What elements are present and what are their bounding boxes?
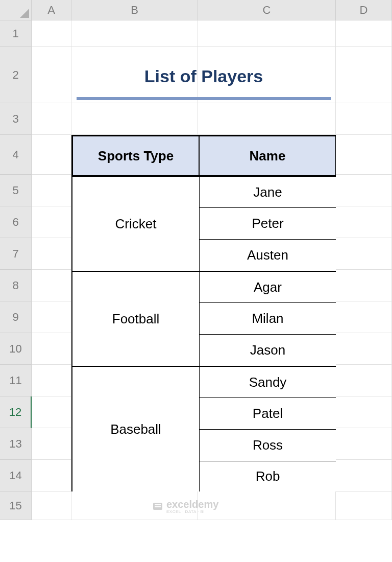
- cell[interactable]: [336, 333, 392, 365]
- cell[interactable]: [32, 238, 71, 270]
- name-cell[interactable]: Jane: [199, 176, 336, 207]
- cell[interactable]: [336, 238, 392, 270]
- cell[interactable]: [336, 103, 392, 135]
- cell[interactable]: [336, 460, 392, 491]
- column-headers: ABCD: [32, 0, 392, 20]
- name-cell[interactable]: Austen: [199, 239, 336, 271]
- watermark-sub: EXCEL · DATA · BI: [166, 509, 218, 514]
- row-header[interactable]: 11: [0, 365, 32, 396]
- cell[interactable]: [336, 428, 392, 460]
- name-cell[interactable]: Milan: [199, 302, 336, 334]
- cell[interactable]: [32, 103, 71, 135]
- row-header[interactable]: 13: [0, 428, 32, 460]
- row-header[interactable]: 3: [0, 103, 32, 135]
- cell[interactable]: [32, 47, 71, 103]
- column-header[interactable]: A: [32, 0, 71, 20]
- svg-marker-0: [20, 9, 29, 18]
- cell[interactable]: [32, 491, 71, 520]
- row-header[interactable]: 2: [0, 47, 32, 103]
- cell[interactable]: [336, 47, 392, 103]
- row-header[interactable]: 12: [0, 396, 32, 428]
- name-cell[interactable]: Patel: [199, 397, 336, 429]
- cell[interactable]: [32, 333, 71, 365]
- row-header[interactable]: 9: [0, 301, 32, 333]
- name-cell[interactable]: Peter: [199, 207, 336, 239]
- cell[interactable]: [32, 135, 71, 175]
- spreadsheet: ABCD 123456789101112131415 List of Playe…: [0, 0, 392, 562]
- cell[interactable]: [32, 428, 71, 460]
- cell[interactable]: [336, 20, 392, 47]
- cell[interactable]: [32, 396, 71, 428]
- svg-rect-2: [155, 504, 161, 505]
- cell[interactable]: [336, 365, 392, 396]
- cell[interactable]: [336, 396, 392, 428]
- sport-cell[interactable]: Football: [72, 271, 199, 366]
- select-all-corner[interactable]: [0, 0, 32, 20]
- header-sports-type[interactable]: Sports Type: [72, 136, 199, 176]
- cell[interactable]: [336, 301, 392, 333]
- row-header[interactable]: 6: [0, 206, 32, 238]
- column-header[interactable]: C: [198, 0, 336, 20]
- name-cell[interactable]: Sandy: [199, 366, 336, 397]
- title-underline: [77, 97, 331, 100]
- row-header[interactable]: 4: [0, 135, 32, 175]
- cell[interactable]: [336, 206, 392, 238]
- exceldemy-icon: [152, 501, 163, 512]
- cell[interactable]: [32, 301, 71, 333]
- page-title: List of Players: [71, 66, 336, 86]
- cell[interactable]: [336, 491, 392, 520]
- watermark: exceldemy EXCEL · DATA · BI: [152, 499, 218, 514]
- row-header[interactable]: 15: [0, 491, 32, 520]
- cell[interactable]: [198, 20, 336, 47]
- cell[interactable]: [32, 175, 71, 206]
- cell[interactable]: [198, 103, 336, 135]
- name-cell[interactable]: Jason: [199, 334, 336, 366]
- cell[interactable]: [198, 491, 336, 520]
- cell[interactable]: [71, 20, 198, 47]
- row-header[interactable]: 10: [0, 333, 32, 365]
- cell[interactable]: [336, 270, 392, 301]
- cell[interactable]: [32, 20, 71, 47]
- players-table: Sports Type Name Cricket Jane Peter Aust…: [71, 135, 336, 491]
- sport-cell[interactable]: Baseball: [72, 366, 199, 491]
- row-header[interactable]: 7: [0, 238, 32, 270]
- cell[interactable]: [336, 175, 392, 206]
- name-cell[interactable]: Agar: [199, 271, 336, 302]
- row-headers: 123456789101112131415: [0, 20, 32, 520]
- sport-cell[interactable]: Cricket: [72, 176, 199, 271]
- column-header[interactable]: D: [336, 0, 392, 20]
- watermark-brand: exceldemy: [166, 499, 218, 510]
- cell[interactable]: [71, 103, 198, 135]
- name-cell[interactable]: Ross: [199, 429, 336, 461]
- svg-rect-3: [155, 506, 161, 507]
- row-header[interactable]: 1: [0, 20, 32, 47]
- row-header[interactable]: 8: [0, 270, 32, 301]
- select-all-icon: [20, 9, 29, 18]
- cell[interactable]: [32, 206, 71, 238]
- name-cell[interactable]: Rob: [199, 461, 336, 491]
- cell[interactable]: [32, 365, 71, 396]
- header-name[interactable]: Name: [199, 136, 336, 176]
- row-header[interactable]: 5: [0, 175, 32, 206]
- column-header[interactable]: B: [71, 0, 198, 20]
- cell[interactable]: [336, 135, 392, 175]
- cell[interactable]: [32, 460, 71, 491]
- row-header[interactable]: 14: [0, 460, 32, 491]
- cell[interactable]: [32, 270, 71, 301]
